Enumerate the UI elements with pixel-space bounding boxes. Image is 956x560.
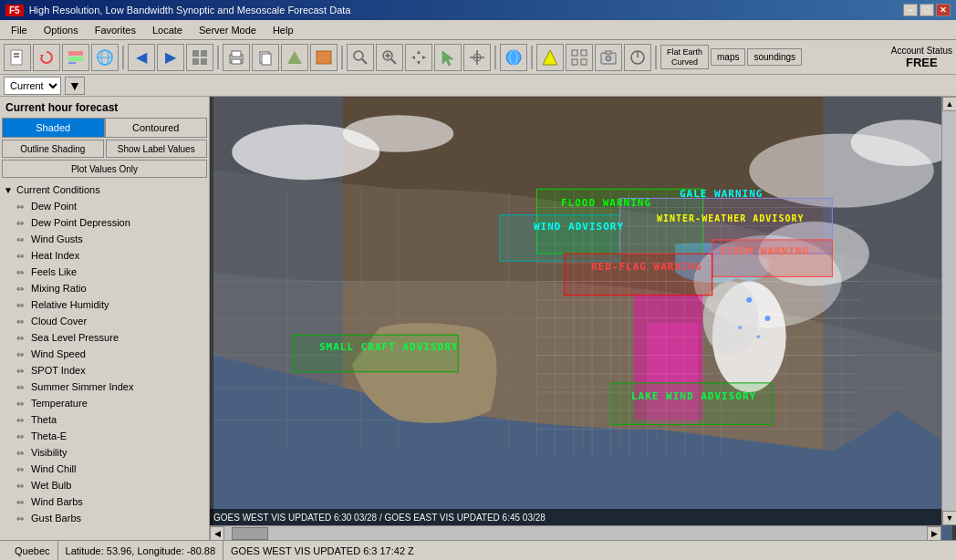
svg-point-109 bbox=[756, 335, 760, 338]
terrain-button[interactable] bbox=[281, 44, 308, 71]
crosshair-button[interactable] bbox=[463, 44, 491, 71]
list-item[interactable]: ⇔ Wind Speed bbox=[2, 346, 207, 362]
svg-line-22 bbox=[362, 59, 367, 64]
coordinates-label: Latitude: 53.96, Longitude: -80.88 bbox=[66, 545, 216, 556]
list-item[interactable]: ⇔ Relative Humidity bbox=[2, 296, 207, 313]
globe2-button[interactable] bbox=[500, 44, 527, 71]
tree-root[interactable]: ▼ Current Conditions bbox=[2, 181, 207, 198]
dropdown-arrow-icon: ▼ bbox=[68, 78, 81, 93]
layers-button[interactable] bbox=[62, 44, 89, 71]
maximize-button[interactable]: □ bbox=[920, 4, 934, 16]
maps-button[interactable]: maps bbox=[711, 48, 745, 66]
camera-button[interactable] bbox=[595, 44, 622, 71]
list-item[interactable]: ⇔ SPOT Index bbox=[2, 362, 207, 379]
expand-arrow-icon: ▼ bbox=[4, 185, 16, 195]
maps-label: maps bbox=[717, 51, 739, 63]
svg-rect-6 bbox=[68, 62, 76, 64]
list-item[interactable]: ⇔ Dew Point Depression bbox=[2, 214, 207, 231]
svg-marker-30 bbox=[422, 56, 426, 59]
flat-earth-button[interactable]: Flat Earth Curved bbox=[660, 45, 709, 70]
list-item[interactable]: ⇔ Cloud Cover bbox=[2, 313, 207, 329]
list-item[interactable]: ⇔ Temperature bbox=[2, 395, 207, 411]
scroll-left-button[interactable]: ◀ bbox=[210, 526, 224, 541]
list-item[interactable]: ⇔ Wind Barbs bbox=[2, 493, 207, 510]
list-item[interactable]: ⇔ Mixing Ratio bbox=[2, 280, 207, 296]
list-item[interactable]: ⇔ Dew Point bbox=[2, 198, 207, 214]
svg-rect-81 bbox=[610, 383, 772, 425]
copy-icon bbox=[256, 48, 275, 67]
globe-button[interactable] bbox=[91, 44, 119, 71]
circle-button[interactable] bbox=[624, 44, 651, 71]
list-item[interactable]: ⇔ Wet Bulb bbox=[2, 477, 207, 493]
item-icon: ⇔ bbox=[16, 284, 31, 294]
close-button[interactable]: ✕ bbox=[936, 4, 951, 16]
yellow-shape-button[interactable] bbox=[536, 44, 564, 71]
menu-options[interactable]: Options bbox=[36, 23, 86, 37]
time-dropdown[interactable]: Current bbox=[4, 77, 61, 95]
list-item[interactable]: ⇔ Wind Gusts bbox=[2, 231, 207, 247]
svg-point-66 bbox=[343, 115, 454, 152]
pan-button[interactable] bbox=[405, 44, 432, 71]
title-bar-title: High Resolution, Low Bandwidth Synoptic … bbox=[29, 5, 351, 16]
list-item[interactable]: ⇔ Sea Level Pressure bbox=[2, 329, 207, 346]
tab-shaded[interactable]: Shaded bbox=[2, 118, 105, 138]
status-bar: Quebec Latitude: 53.96, Longitude: -80.8… bbox=[0, 540, 956, 560]
svg-point-35 bbox=[506, 50, 521, 65]
svg-point-43 bbox=[606, 56, 611, 61]
scroll-up-button[interactable]: ▲ bbox=[942, 97, 956, 111]
plot-values-button[interactable]: Plot Values Only bbox=[2, 160, 207, 178]
new-button[interactable] bbox=[4, 44, 31, 71]
tab-contoured[interactable]: Contoured bbox=[105, 118, 208, 138]
menu-help[interactable]: Help bbox=[265, 23, 301, 37]
list-item[interactable]: ⇔ Gust Barbs bbox=[2, 510, 207, 526]
menu-server-mode[interactable]: Server Mode bbox=[192, 23, 264, 37]
svg-rect-40 bbox=[572, 59, 577, 65]
soundings-button[interactable]: soundings bbox=[747, 48, 802, 66]
list-item[interactable]: ⇔ Theta-E bbox=[2, 428, 207, 444]
scroll-right-button[interactable]: ▶ bbox=[927, 526, 941, 541]
item-icon: ⇔ bbox=[16, 481, 31, 491]
svg-marker-29 bbox=[411, 56, 415, 59]
refresh-button[interactable] bbox=[33, 44, 60, 71]
svg-point-106 bbox=[746, 297, 752, 303]
copy-button[interactable] bbox=[252, 44, 279, 71]
menu-locate[interactable]: Locate bbox=[145, 23, 190, 37]
svg-rect-4 bbox=[68, 51, 83, 56]
coordinates-section: Latitude: 53.96, Longitude: -80.88 bbox=[58, 541, 224, 560]
dropdown-arrow-button[interactable]: ▼ bbox=[65, 77, 85, 95]
print-button[interactable] bbox=[223, 44, 250, 71]
list-item[interactable]: ⇔ Visibility bbox=[2, 444, 207, 461]
scroll-down-button[interactable]: ▼ bbox=[942, 511, 956, 525]
region-label: Quebec bbox=[15, 545, 50, 556]
back-button[interactable]: ◀ bbox=[128, 44, 155, 71]
item-icon: ⇔ bbox=[16, 300, 31, 310]
item-icon: ⇔ bbox=[16, 448, 31, 458]
list-item[interactable]: ⇔ Heat Index bbox=[2, 247, 207, 264]
map-area[interactable]: FLOOD WARNING GALE WARNING WIND ADVISORY… bbox=[210, 97, 956, 540]
radar-button[interactable] bbox=[310, 44, 338, 71]
item-icon: ⇔ bbox=[16, 333, 31, 343]
soundings-label: soundings bbox=[753, 51, 795, 63]
search-button[interactable] bbox=[347, 44, 374, 71]
zoom-in-button[interactable] bbox=[376, 44, 403, 71]
minimize-button[interactable]: – bbox=[903, 4, 918, 16]
scroll-thumb[interactable] bbox=[232, 527, 268, 540]
menu-file[interactable]: File bbox=[4, 23, 35, 37]
grid-button[interactable] bbox=[566, 44, 593, 71]
list-item[interactable]: ⇔ Feels Like bbox=[2, 264, 207, 280]
list-item[interactable]: ⇔ Theta bbox=[2, 411, 207, 428]
list-item[interactable]: ⇔ Summer Simmer Index bbox=[2, 379, 207, 395]
display-options-row: Outline Shading Show Label Values bbox=[2, 140, 207, 158]
outline-shading-button[interactable]: Outline Shading bbox=[2, 140, 104, 158]
map-status-bar: GOES WEST VIS UPDATED 6:30 03/28 / GOES … bbox=[210, 509, 941, 525]
title-bar: F5 High Resolution, Low Bandwidth Synopt… bbox=[0, 0, 956, 20]
select-button[interactable] bbox=[434, 44, 462, 71]
layout-button[interactable] bbox=[186, 44, 213, 71]
show-labels-button[interactable]: Show Label Values bbox=[106, 140, 208, 158]
terrain-icon bbox=[286, 48, 304, 67]
list-item[interactable]: ⇔ Wind Chill bbox=[2, 461, 207, 477]
forward-button[interactable]: ▶ bbox=[157, 44, 184, 71]
svg-rect-5 bbox=[68, 57, 83, 61]
svg-rect-80 bbox=[292, 335, 458, 372]
menu-favorites[interactable]: Favorites bbox=[88, 23, 143, 37]
